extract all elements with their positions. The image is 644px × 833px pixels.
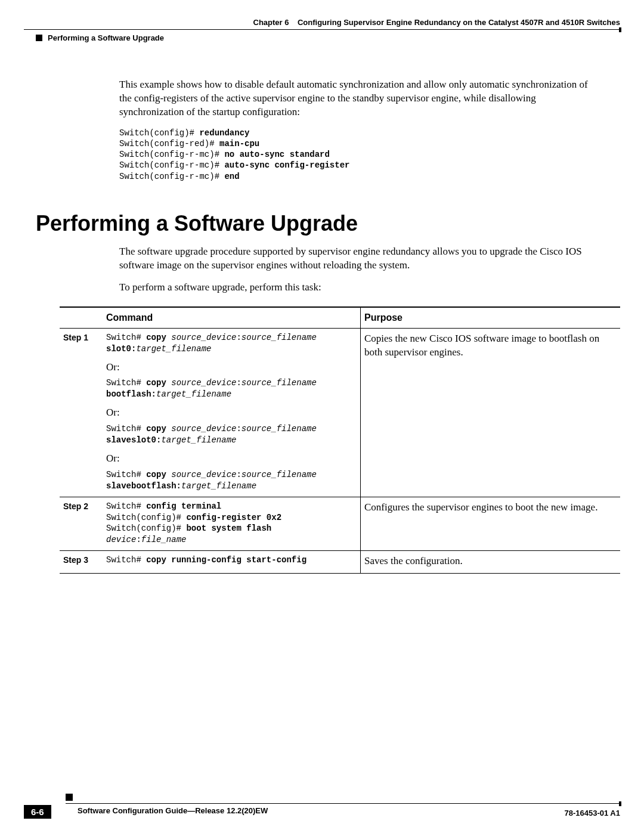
table-row: Step 1 Switch# copy source_device:source… — [60, 328, 620, 497]
or-label: Or: — [106, 452, 357, 466]
step-command: Switch# copy source_device:source_filena… — [103, 328, 361, 497]
footer-docnum: 78-16453-01 A1 — [565, 809, 620, 817]
table-row: Step 3 Switch# copy running-config start… — [60, 551, 620, 574]
header-section: Performing a Software Upgrade — [24, 33, 620, 42]
step-purpose: Saves the configuration. — [361, 551, 621, 574]
intro-paragraph: This example shows how to disable defaul… — [119, 78, 602, 119]
footer-pagenum-bar: 6-6 — [24, 805, 51, 819]
step-label: Step 3 — [60, 551, 103, 574]
or-label: Or: — [106, 406, 357, 420]
code-example: Switch(config)# redundancy Switch(config… — [119, 128, 602, 182]
header-rule — [24, 29, 620, 30]
content: This example shows how to disable defaul… — [119, 78, 602, 574]
step-purpose: Configures the supervisor engines to boo… — [361, 497, 621, 551]
step-purpose: Copies the new Cisco IOS software image … — [361, 328, 621, 497]
section-para-2: To perform a software upgrade, perform t… — [119, 281, 602, 295]
chapter-label: Chapter 6 — [253, 18, 289, 27]
col-command: Command — [103, 307, 361, 328]
section-para-1: The software upgrade procedure supported… — [119, 245, 602, 272]
table-row: Step 2 Switch# config terminal Switch(co… — [60, 497, 620, 551]
footer-rule — [66, 803, 620, 804]
page-number: 6-6 — [24, 805, 51, 819]
footer-square-icon — [66, 794, 73, 801]
col-purpose: Purpose — [361, 307, 621, 328]
or-label: Or: — [106, 361, 357, 374]
step-command: Switch# config terminal Switch(config)# … — [103, 497, 361, 551]
col-step — [60, 307, 103, 328]
step-label: Step 1 — [60, 328, 103, 497]
running-header: Chapter 6 Configuring Supervisor Engine … — [24, 18, 620, 28]
footer-guide-title: Software Configuration Guide—Release 12.… — [78, 806, 620, 815]
section-heading: Performing a Software Upgrade — [36, 209, 602, 239]
step-label: Step 2 — [60, 497, 103, 551]
chapter-title: Configuring Supervisor Engine Redundancy… — [298, 18, 620, 27]
step-command: Switch# copy running-config start-config — [103, 551, 361, 574]
footer: Software Configuration Guide—Release 12.… — [24, 803, 620, 815]
page: Chapter 6 Configuring Supervisor Engine … — [0, 0, 644, 833]
task-table: Command Purpose Step 1 Switch# copy sour… — [60, 306, 620, 574]
